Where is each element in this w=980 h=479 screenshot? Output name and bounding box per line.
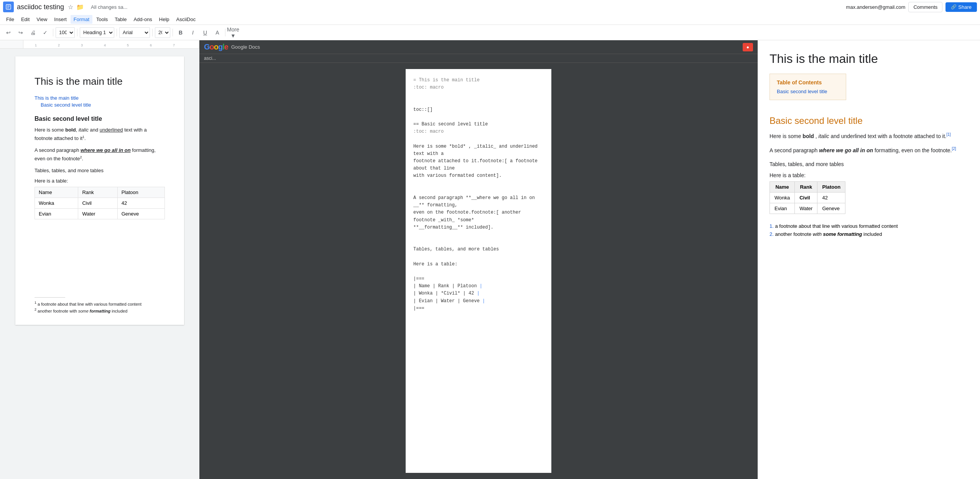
font-select[interactable]: Arial Times New Roman Courier New xyxy=(119,27,150,38)
doc-para1-comma: , xyxy=(76,127,79,133)
doc-table-header-name: Name xyxy=(35,187,78,198)
red-button[interactable]: ● xyxy=(743,43,753,51)
doc-table-cell: Evian xyxy=(35,208,78,219)
doc-title[interactable]: asciidoc testing xyxy=(17,3,64,11)
share-button[interactable]: 🔗 Share xyxy=(945,2,977,12)
separator-2 xyxy=(77,29,77,36)
preview-footnotes: 1. a footnote about that line with vario… xyxy=(770,223,968,237)
italic-button[interactable]: I xyxy=(187,27,198,38)
menu-addons[interactable]: Add-ons xyxy=(130,15,155,24)
preview-footnote-2: 2. another footnote with some formatting… xyxy=(770,231,968,237)
preview-footnote-1: 1. a footnote about that line with vario… xyxy=(770,223,968,229)
menu-table[interactable]: Table xyxy=(112,15,130,24)
preview-table-header-platoon: Platoon xyxy=(817,182,845,193)
doc-table-header-rank: Rank xyxy=(78,187,117,198)
menu-insert[interactable]: Insert xyxy=(51,15,70,24)
text-color-button[interactable]: A xyxy=(212,27,223,38)
preview-para1-comma: , xyxy=(814,133,819,139)
menu-tools[interactable]: Tools xyxy=(93,15,111,24)
left-doc-area: 1 2 3 4 5 6 7 This is the main title Thi… xyxy=(0,40,199,479)
preview-table-cell: Evian xyxy=(770,203,795,214)
doc-toc: This is the main title Basic second leve… xyxy=(35,95,165,108)
google-logo-area: Google Google Docs ● xyxy=(199,40,758,54)
zoom-select[interactable]: 100% 75% 150% xyxy=(56,27,75,38)
menu-format[interactable]: Format xyxy=(71,15,92,24)
spellcheck-button[interactable]: ✓ xyxy=(40,27,51,38)
preview-footnote-1-ref: [1] xyxy=(946,132,950,137)
separator-5 xyxy=(173,29,173,36)
plugin-text: asci... xyxy=(204,56,216,61)
preview-table-row: Wonka Civil 42 xyxy=(770,193,845,203)
preview-h2: Basic second level title xyxy=(770,115,968,126)
source-line-18: |=== xyxy=(413,305,544,312)
doc-table-cell: Civil xyxy=(78,198,117,208)
preview-toc-link[interactable]: Basic second level title xyxy=(777,89,839,94)
table-row: Wonka Civil 42 xyxy=(35,198,165,208)
source-line-14: |=== xyxy=(413,275,544,283)
print-button[interactable]: 🖨 xyxy=(28,27,38,38)
middle-content[interactable]: = This is the main title :toc: macro toc… xyxy=(199,63,758,479)
doc-bold-text: bold xyxy=(65,127,76,133)
bold-button[interactable]: B xyxy=(175,27,186,38)
source-line-16: | Wonka | *Civil* | 42 | xyxy=(413,290,544,297)
separator-6 xyxy=(225,29,225,36)
underline-button[interactable]: U xyxy=(200,27,210,38)
preview-para-2: A second paragraph where we go all in on… xyxy=(770,146,968,155)
source-line-blank xyxy=(413,136,544,143)
separator-4 xyxy=(152,29,153,36)
preview-table: Name Rank Platoon Wonka Civil 42 Evian W… xyxy=(770,181,845,214)
doc-toc-link-1[interactable]: This is the main title xyxy=(35,95,165,101)
doc-para1-prefix: Here is some xyxy=(35,127,65,133)
star-icon[interactable]: ☆ xyxy=(67,3,74,12)
doc-footnote-2: 2 another footnote with some formatting … xyxy=(35,308,165,313)
preview-para2-suffix: formatting, even on the footnote. xyxy=(873,147,952,153)
preview-table-cell: Geneve xyxy=(817,203,845,214)
user-email[interactable]: max.andersen@gmail.com xyxy=(846,4,906,10)
doc-table-cell: 42 xyxy=(117,198,164,208)
preview-table-cell: Civil xyxy=(795,193,817,203)
source-line-7: footnote attached to it.footnote:[ a foo… xyxy=(413,158,544,172)
preview-italic: italic xyxy=(819,133,829,139)
comments-button[interactable]: Comments xyxy=(908,2,942,12)
preview-table-intro: Here is a table: xyxy=(770,172,968,178)
source-line-15: | Name | Rank | Platoon | xyxy=(413,283,544,290)
source-line-17: | Evian | Water | Geneve | xyxy=(413,298,544,305)
source-line-10: even on the footnote.footnote:[ another … xyxy=(413,209,544,224)
topbar: asciidoc testing ☆ 📁 All changes sa... m… xyxy=(0,0,980,40)
app-icon[interactable] xyxy=(3,2,14,12)
share-icon: 🔗 xyxy=(951,4,957,10)
preview-table-cell: 42 xyxy=(817,193,845,203)
doc-underline-text: underlined xyxy=(100,127,123,133)
preview-footnote-2-suffix: included xyxy=(862,231,882,237)
preview-para1-middle: and underlined text with a footnote atta… xyxy=(829,133,947,139)
menu-view[interactable]: View xyxy=(33,15,50,24)
separator-3 xyxy=(117,29,117,36)
more-button[interactable]: More ▼ xyxy=(228,27,238,38)
asciidoc-plugin-header: asci... xyxy=(199,54,758,63)
table-row: Evian Water Geneve xyxy=(35,208,165,219)
preview-para-1: Here is some bold , italic and underline… xyxy=(770,132,968,140)
editor-panel[interactable]: This is the main title This is the main … xyxy=(0,49,199,479)
preview-table-cell: Wonka xyxy=(770,193,795,203)
doc-footnote-1: 1 a footnote about that line with variou… xyxy=(35,301,165,306)
menu-help[interactable]: Help xyxy=(156,15,173,24)
folder-icon[interactable]: 📁 xyxy=(76,3,85,12)
redo-button[interactable]: ↪ xyxy=(15,27,26,38)
preview-table-header-rank: Rank xyxy=(795,182,817,193)
source-line-blank xyxy=(413,268,544,275)
menu-file[interactable]: File xyxy=(3,15,17,24)
menu-asciidoc[interactable]: AsciiDoc xyxy=(173,15,199,24)
doc-tables-heading: Tables, tables, and more tables xyxy=(35,167,165,175)
doc-table-cell: Wonka xyxy=(35,198,78,208)
source-line-2: :toc: macro xyxy=(413,84,544,91)
source-line-blank xyxy=(413,187,544,194)
doc-para-2: A second paragraph where we go all in on… xyxy=(35,146,165,163)
undo-button[interactable]: ↩ xyxy=(3,27,14,38)
menu-edit[interactable]: Edit xyxy=(18,15,33,24)
style-select[interactable]: Heading 1 Normal text Heading 2 Heading … xyxy=(80,27,114,38)
doc-table-header-platoon: Platoon xyxy=(117,187,164,198)
size-select[interactable]: 20 10 12 14 18 24 xyxy=(155,27,170,38)
doc-bold-italic-underline-text: where we go all in on xyxy=(81,147,131,153)
doc-footnotes: 1 a footnote about that line with variou… xyxy=(35,297,165,313)
doc-toc-link-2[interactable]: Basic second level title xyxy=(35,102,165,108)
